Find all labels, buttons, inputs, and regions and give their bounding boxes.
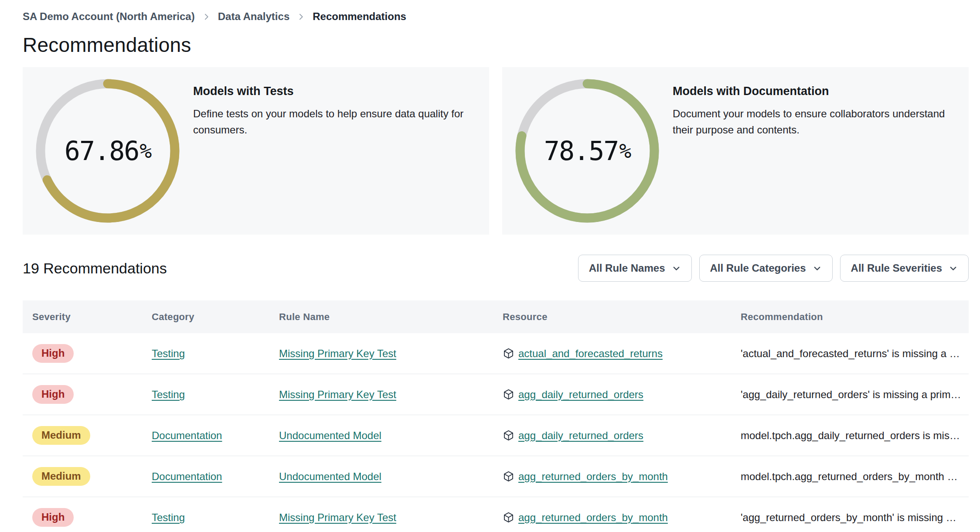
resource-link[interactable]: agg_daily_returned_orders (518, 389, 643, 401)
card-description: Define tests on your models to help ensu… (193, 106, 476, 138)
breadcrumb-item-account[interactable]: SA Demo Account (North America) (23, 10, 195, 23)
category-link[interactable]: Documentation (152, 430, 222, 441)
page-title: Recommendations (23, 33, 969, 57)
resource-link[interactable]: agg_returned_orders_by_month (518, 471, 668, 483)
category-link[interactable]: Testing (152, 389, 185, 400)
severity-badge: High (32, 385, 74, 404)
rule-name-link[interactable]: Undocumented Model (279, 430, 381, 441)
chevron-down-icon (672, 264, 681, 273)
rule-name-link[interactable]: Missing Primary Key Test (279, 348, 396, 359)
breadcrumb-item-current: Recommendations (313, 10, 406, 23)
tests-percentage: 67.86% (36, 79, 180, 223)
rule-name-link[interactable]: Undocumented Model (279, 471, 381, 482)
column-header-resource: Resource (503, 311, 741, 323)
category-link[interactable]: Testing (152, 512, 185, 523)
recommendations-table: Severity Category Rule Name Resource Rec… (23, 300, 969, 532)
category-link[interactable]: Documentation (152, 471, 222, 482)
chevron-down-icon (813, 264, 822, 273)
recommendation-text: 'agg_returned_orders_by_month' is missin… (741, 512, 969, 524)
column-header-category: Category (152, 311, 279, 323)
resource-link[interactable]: agg_returned_orders_by_month (518, 512, 668, 524)
severity-badge: Medium (32, 467, 90, 486)
rule-categories-filter-dropdown[interactable]: All Rule Categories (699, 255, 833, 282)
metric-cards: 67.86% Models with Tests Define tests on… (23, 67, 969, 235)
table-row: High Testing Missing Primary Key Test ag… (23, 374, 969, 415)
card-title: Models with Tests (193, 85, 476, 98)
recommendation-text: 'actual_and_forecasted_returns' is missi… (741, 348, 969, 360)
metric-card-models-with-documentation: 78.57% Models with Documentation Documen… (502, 67, 969, 235)
table-header-row: Severity Category Rule Name Resource Rec… (23, 300, 969, 333)
column-header-rule-name: Rule Name (279, 311, 503, 323)
documentation-percentage: 78.57% (515, 79, 659, 223)
severity-badge: Medium (32, 426, 90, 445)
recommendation-text: 'agg_daily_returned_orders' is missing a… (741, 389, 969, 401)
recommendation-text: model.tpch.agg_daily_returned_orders is … (741, 430, 969, 442)
category-link[interactable]: Testing (152, 348, 185, 359)
column-header-recommendation: Recommendation (741, 311, 969, 323)
recommendations-count: 19 Recommendations (23, 260, 167, 277)
rule-names-filter-dropdown[interactable]: All Rule Names (578, 255, 692, 282)
model-cube-icon (503, 471, 514, 482)
table-row: High Testing Missing Primary Key Test ac… (23, 333, 969, 374)
severity-badge: High (32, 344, 74, 363)
model-cube-icon (503, 430, 514, 441)
resource-link[interactable]: actual_and_forecasted_returns (518, 348, 663, 360)
breadcrumb-item-project[interactable]: Data Analytics (218, 10, 290, 23)
tests-donut-chart: 67.86% (36, 79, 180, 223)
rule-name-link[interactable]: Missing Primary Key Test (279, 389, 396, 400)
recommendations-page: SA Demo Account (North America) Data Ana… (0, 0, 980, 532)
card-description: Document your models to ensure collabora… (673, 106, 956, 138)
metric-card-models-with-tests: 67.86% Models with Tests Define tests on… (23, 67, 489, 235)
table-row: Medium Documentation Undocumented Model … (23, 415, 969, 456)
resource-link[interactable]: agg_daily_returned_orders (518, 430, 643, 442)
model-cube-icon (503, 389, 514, 400)
recommendation-text: model.tpch.agg_returned_orders_by_month … (741, 471, 969, 483)
model-cube-icon (503, 348, 514, 359)
chevron-down-icon (949, 264, 958, 273)
rule-severities-filter-dropdown[interactable]: All Rule Severities (840, 255, 969, 282)
card-title: Models with Documentation (673, 85, 956, 98)
rule-name-link[interactable]: Missing Primary Key Test (279, 512, 396, 523)
chevron-right-icon (297, 13, 305, 20)
severity-badge: High (32, 508, 74, 527)
model-cube-icon (503, 512, 514, 523)
filter-bar: All Rule Names All Rule Categories All R… (578, 255, 969, 282)
column-header-severity: Severity (23, 311, 152, 323)
table-row: High Testing Missing Primary Key Test ag… (23, 497, 969, 532)
chevron-right-icon (203, 13, 210, 20)
documentation-donut-chart: 78.57% (515, 79, 659, 223)
breadcrumb: SA Demo Account (North America) Data Ana… (23, 0, 969, 23)
table-row: Medium Documentation Undocumented Model … (23, 456, 969, 497)
